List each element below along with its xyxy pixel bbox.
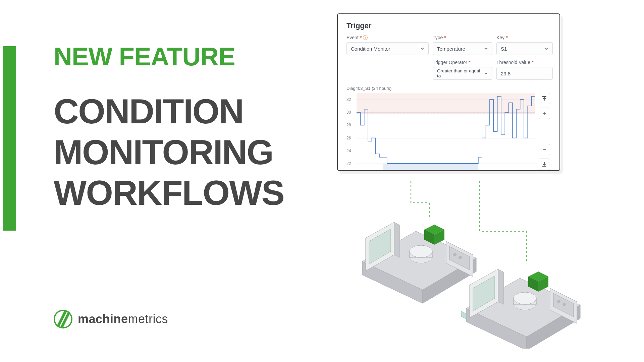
panel-heading: Trigger xyxy=(346,21,551,30)
eyebrow-text: NEW FEATURE xyxy=(54,42,284,71)
event-label-row: Event * ? xyxy=(346,35,429,40)
title-line-1: CONDITION xyxy=(54,92,244,131)
key-select[interactable]: S1 xyxy=(496,42,553,55)
field-event: Event * ? Condition Monitor xyxy=(346,35,429,55)
operator-label: Trigger Operator xyxy=(433,60,467,65)
required-marker: * xyxy=(469,60,470,65)
title-line-3: WORKFLOWS xyxy=(54,173,284,212)
zoom-out-button[interactable]: − xyxy=(539,144,550,155)
event-select[interactable]: Condition Monitor xyxy=(346,42,429,55)
threshold-label: Threshold Value xyxy=(496,60,530,65)
operator-label-row: Trigger Operator * xyxy=(433,60,492,65)
required-marker: * xyxy=(532,60,533,65)
field-type: Type * Temperature xyxy=(433,35,492,55)
required-marker: * xyxy=(360,35,362,40)
spacer-cell xyxy=(346,60,429,80)
chart-area: 222426283032 ＋ − xyxy=(346,93,551,170)
help-icon[interactable]: ? xyxy=(363,35,368,40)
brand-mark-icon xyxy=(54,310,72,328)
threshold-label-row: Threshold Value * xyxy=(496,60,553,65)
field-operator: Trigger Operator * Greater than or equal… xyxy=(433,60,492,80)
operator-select[interactable]: Greater than or equal to xyxy=(433,67,492,80)
type-label: Type xyxy=(433,35,443,40)
scroll-to-top-button[interactable] xyxy=(539,93,550,104)
brand-logo-lockup: machinemetrics xyxy=(54,310,168,328)
machine-icon-2 xyxy=(466,269,580,349)
type-select[interactable]: Temperature xyxy=(433,42,492,55)
threshold-value: 29.8 xyxy=(501,71,511,76)
brand-name-bold: machine xyxy=(78,312,128,326)
chevron-down-icon xyxy=(544,47,548,51)
main-title: CONDITION MONITORING WORKFLOWS xyxy=(54,91,284,214)
trigger-chart[interactable]: 222426283032 xyxy=(346,93,535,170)
field-key: Key * S1 xyxy=(496,35,553,55)
trigger-form: Event * ? Condition Monitor Type * Tempe… xyxy=(346,35,551,80)
required-marker: * xyxy=(444,35,446,40)
brand-name: machinemetrics xyxy=(78,312,168,326)
y-axis-labels: 222426283032 xyxy=(346,93,355,170)
zoom-in-button[interactable]: ＋ xyxy=(539,108,550,119)
chart-controls: ＋ − xyxy=(539,93,551,170)
headline-block: NEW FEATURE CONDITION MONITORING WORKFLO… xyxy=(54,42,284,214)
type-label-row: Type * xyxy=(433,35,492,40)
chevron-down-icon xyxy=(420,47,424,51)
required-marker: * xyxy=(506,35,507,40)
event-value: Condition Monitor xyxy=(351,46,390,52)
key-label-row: Key * xyxy=(496,35,553,40)
type-value: Temperature xyxy=(437,46,465,52)
field-threshold: Threshold Value * 29.8 xyxy=(496,60,553,80)
machine-icon-1 xyxy=(362,222,476,320)
key-label: Key xyxy=(496,35,504,40)
key-value: S1 xyxy=(501,46,507,52)
chevron-down-icon xyxy=(484,47,488,51)
event-label: Event xyxy=(346,35,359,40)
threshold-input[interactable]: 29.8 xyxy=(496,67,553,80)
title-line-2: MONITORING xyxy=(54,133,273,172)
svg-rect-4 xyxy=(383,164,478,170)
machines-illustration xyxy=(342,181,604,349)
chart-svg xyxy=(357,93,535,170)
chart-title: Diag403_S1 (24 hours) xyxy=(346,86,551,91)
operator-value: Greater than or equal to xyxy=(437,68,484,78)
trigger-config-panel: Trigger Event * ? Condition Monitor Type… xyxy=(337,13,560,171)
brand-name-light: metrics xyxy=(128,312,168,326)
chevron-down-icon xyxy=(484,71,488,75)
accent-bar xyxy=(3,46,16,231)
download-chart-button[interactable] xyxy=(539,159,550,170)
